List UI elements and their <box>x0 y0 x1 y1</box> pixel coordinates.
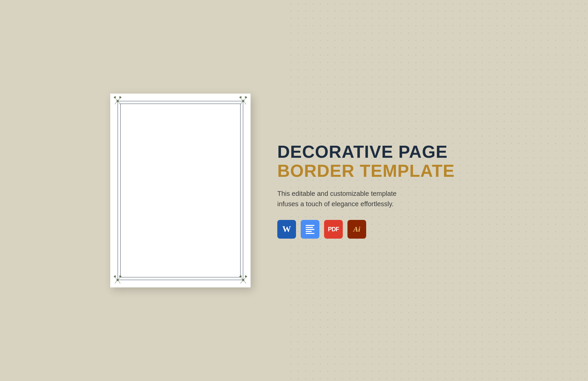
svg-point-16 <box>120 276 121 277</box>
word-icon-label: W <box>282 224 291 234</box>
doc-inner-border <box>120 104 241 277</box>
docs-line-3 <box>306 229 314 230</box>
word-icon[interactable]: W <box>277 220 296 239</box>
illustrator-icon[interactable]: Ai <box>347 220 366 239</box>
description-text: This editable and customizable template … <box>277 188 418 209</box>
text-content-section: DECORATIVE PAGE BORDER TEMPLATE This edi… <box>277 142 478 239</box>
svg-point-5 <box>115 97 116 98</box>
title-line2: BORDER TEMPLATE <box>277 161 478 180</box>
corner-decoration-tl <box>112 96 123 106</box>
svg-point-20 <box>240 276 241 277</box>
docs-line-4 <box>306 231 312 232</box>
docs-line-5 <box>306 233 314 234</box>
svg-point-21 <box>246 276 247 277</box>
svg-point-6 <box>120 97 121 98</box>
corner-decoration-tr <box>238 96 249 106</box>
main-content: DECORATIVE PAGE BORDER TEMPLATE This edi… <box>0 0 588 381</box>
google-docs-icon[interactable] <box>301 220 319 239</box>
svg-point-11 <box>246 97 247 98</box>
svg-point-15 <box>115 276 116 277</box>
document-preview <box>110 94 251 287</box>
docs-line-2 <box>306 227 313 228</box>
pdf-icon-label: PDF <box>328 226 339 233</box>
corner-decoration-bl <box>112 275 123 285</box>
svg-point-10 <box>240 97 241 98</box>
ai-icon-label: Ai <box>353 225 360 234</box>
docs-icon-lines <box>304 224 316 235</box>
corner-decoration-br <box>238 275 249 285</box>
pdf-icon[interactable]: PDF <box>324 220 343 239</box>
docs-line-1 <box>306 225 314 226</box>
page-title: DECORATIVE PAGE BORDER TEMPLATE <box>277 142 478 180</box>
app-icons-row: W PDF Ai <box>277 220 478 239</box>
title-line1: DECORATIVE PAGE <box>277 142 478 161</box>
